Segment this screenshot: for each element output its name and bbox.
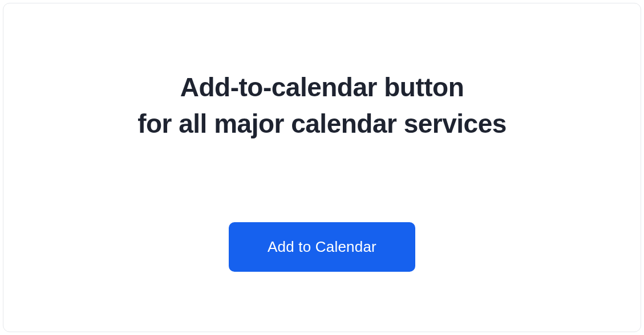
add-to-calendar-button[interactable]: Add to Calendar [229, 222, 415, 272]
button-container: Add to Calendar [229, 222, 415, 272]
heading-line-1: Add-to-calendar button [180, 72, 464, 102]
heading-line-2: for all major calendar services [137, 109, 507, 138]
demo-card: Add-to-calendar button for all major cal… [3, 3, 641, 332]
page-heading: Add-to-calendar button for all major cal… [137, 69, 507, 142]
